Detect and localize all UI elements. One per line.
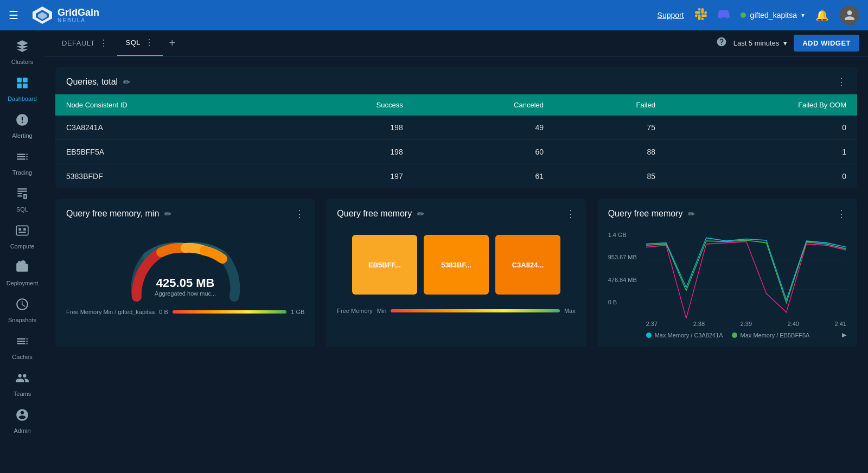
col-node-id: Node Consistent ID: [55, 94, 282, 116]
memory-block[interactable]: 5383BF...: [424, 235, 489, 295]
user-menu[interactable]: gifted_kapitsa ▾: [741, 11, 805, 20]
tab-default[interactable]: DEFAULT ⋮: [53, 30, 117, 56]
chart-x-label: 2:38: [693, 321, 705, 327]
memory-blocks-menu-icon[interactable]: ⋮: [566, 208, 576, 220]
chart-y-label: 0 B: [608, 299, 646, 305]
avatar[interactable]: [840, 5, 859, 25]
memory-blocks-edit-icon[interactable]: ✏: [417, 209, 424, 219]
hamburger-menu[interactable]: ☰: [9, 9, 18, 22]
snapshots-icon: [15, 297, 29, 315]
legend-dot: [646, 333, 652, 338]
legend-label: Max Memory / EB5BFF5A: [741, 332, 810, 338]
gauge-subtitle: Aggregated how muc...: [155, 290, 216, 297]
table-row: EB5BFF5A 198 60 88 1: [55, 140, 857, 164]
tab-bar: DEFAULT ⋮ SQL ⋮ + Last 5 minutes ▾ ADD W…: [44, 30, 868, 56]
time-selector-label: Last 5 minutes: [733, 39, 780, 47]
bell-icon[interactable]: 🔔: [815, 9, 829, 22]
sidebar-item-clusters[interactable]: Clusters: [2, 35, 43, 69]
cell-node-id: C3A8241A: [55, 116, 282, 140]
memory-blocks-footer: Free Memory Min Max: [326, 303, 586, 323]
username: gifted_kapitsa: [750, 11, 797, 20]
sidebar-item-dashboard[interactable]: Dashboard: [2, 72, 43, 106]
queries-edit-icon[interactable]: ✏: [123, 77, 130, 87]
gauge-widget-header: Query free memory, min ✏ ⋮: [55, 199, 315, 226]
legend-label: Max Memory / C3A8241A: [655, 332, 723, 338]
sidebar-item-sql[interactable]: SQL: [2, 182, 43, 217]
cell-success: 198: [282, 116, 413, 140]
sidebar-item-teams[interactable]: Teams: [2, 367, 43, 401]
discord-icon[interactable]: [718, 8, 730, 23]
sidebar-item-caches[interactable]: Caches: [2, 330, 43, 365]
sidebar-item-tracing[interactable]: Tracing: [2, 145, 43, 180]
main-layout: Clusters Dashboard Alerting: [0, 30, 868, 473]
tab-default-menu-icon[interactable]: ⋮: [99, 38, 108, 48]
clusters-label: Clusters: [11, 59, 33, 65]
chart-inner: [646, 232, 846, 318]
sidebar-item-deployment[interactable]: Deployment: [2, 256, 43, 291]
top-nav: ☰ GridGain NEBULA Support gifted_kapitsa: [0, 0, 868, 30]
sidebar-item-snapshots[interactable]: Snapshots: [2, 293, 43, 328]
cell-failed-oom: 0: [666, 116, 857, 140]
sidebar-item-compute[interactable]: Compute: [2, 219, 43, 254]
teams-label: Teams: [14, 391, 31, 397]
gauge-footer-start: 0 B: [159, 309, 168, 315]
cell-canceled: 61: [414, 164, 554, 189]
memory-block[interactable]: C3A824...: [495, 235, 560, 295]
tab-sql[interactable]: SQL ⋮: [117, 30, 163, 56]
sql-label: SQL: [16, 206, 28, 213]
col-failed: Failed: [554, 94, 666, 116]
slack-icon[interactable]: [695, 8, 707, 23]
sidebar-item-admin[interactable]: Admin: [2, 404, 43, 438]
memory-blocks-widget: Query free memory ✏ ⋮ EB5BFF...5383BF...…: [326, 199, 586, 347]
line-chart-menu-icon[interactable]: ⋮: [837, 208, 846, 220]
line-chart-edit-icon[interactable]: ✏: [688, 209, 695, 219]
cell-success: 197: [282, 164, 413, 189]
gauge-wrapper: 425.05 MB Aggregated how muc...: [120, 232, 251, 302]
queries-menu-icon[interactable]: ⋮: [837, 76, 846, 88]
col-canceled: Canceled: [414, 94, 554, 116]
legend-item: Max Memory / EB5BFF5A: [732, 332, 810, 338]
add-widget-button[interactable]: ADD WIDGET: [794, 35, 859, 52]
svg-rect-9: [23, 228, 25, 231]
chart-x-label: 2:37: [646, 321, 658, 327]
alerting-icon: [15, 113, 29, 130]
svg-rect-3: [17, 78, 22, 82]
cell-failed: 88: [554, 140, 666, 164]
logo-sub: NEBULA: [58, 17, 99, 23]
time-selector[interactable]: Last 5 minutes ▾: [733, 39, 788, 47]
chart-x-label: 2:41: [835, 321, 846, 327]
col-success: Success: [282, 94, 413, 116]
svg-rect-7: [16, 226, 28, 235]
tab-sql-menu-icon[interactable]: ⋮: [145, 37, 154, 48]
chart-y-label: 1.4 GB: [608, 232, 646, 238]
svg-rect-6: [23, 84, 28, 88]
deployment-label: Deployment: [7, 280, 39, 286]
caches-label: Caches: [12, 354, 32, 360]
gauge-edit-icon[interactable]: ✏: [164, 209, 171, 219]
tracing-icon: [15, 150, 29, 167]
help-icon[interactable]: [716, 36, 727, 50]
chart-legend-arrow[interactable]: ▶: [842, 331, 846, 338]
time-selector-chevron-icon: ▾: [783, 39, 787, 47]
line-chart-widget: Query free memory ✏ ⋮ 1.4 GB953.67 MB476…: [597, 199, 857, 347]
sidebar-item-alerting[interactable]: Alerting: [2, 108, 43, 143]
alerting-label: Alerting: [12, 132, 32, 139]
user-chevron-icon: ▾: [801, 11, 805, 19]
chart-legend: Max Memory / C3A8241AMax Memory / EB5BFF…: [646, 331, 846, 338]
cell-node-id: 5383BFDF: [55, 164, 282, 189]
gauge-menu-icon[interactable]: ⋮: [295, 208, 304, 220]
sql-icon: [15, 187, 29, 204]
logo-text: GridGain: [58, 8, 99, 17]
memory-footer-min: Min: [377, 308, 387, 314]
chart-area: 1.4 GB953.67 MB476.84 MB0 B: [608, 232, 846, 318]
gauge-number: 425.05 MB: [155, 276, 216, 290]
svg-rect-5: [17, 84, 22, 88]
support-link[interactable]: Support: [658, 11, 684, 20]
queries-total-widget: Queries, total ✏ ⋮ Node Consistent ID Su…: [55, 67, 857, 188]
line-chart-title: Query free memory: [608, 209, 683, 219]
memory-footer-max: Max: [564, 308, 576, 314]
tab-add-button[interactable]: +: [165, 37, 180, 49]
gauge-color-bar: [173, 310, 287, 314]
memory-block[interactable]: EB5BFF...: [352, 235, 417, 295]
queries-table-header-row: Node Consistent ID Success Canceled Fail…: [55, 94, 857, 116]
